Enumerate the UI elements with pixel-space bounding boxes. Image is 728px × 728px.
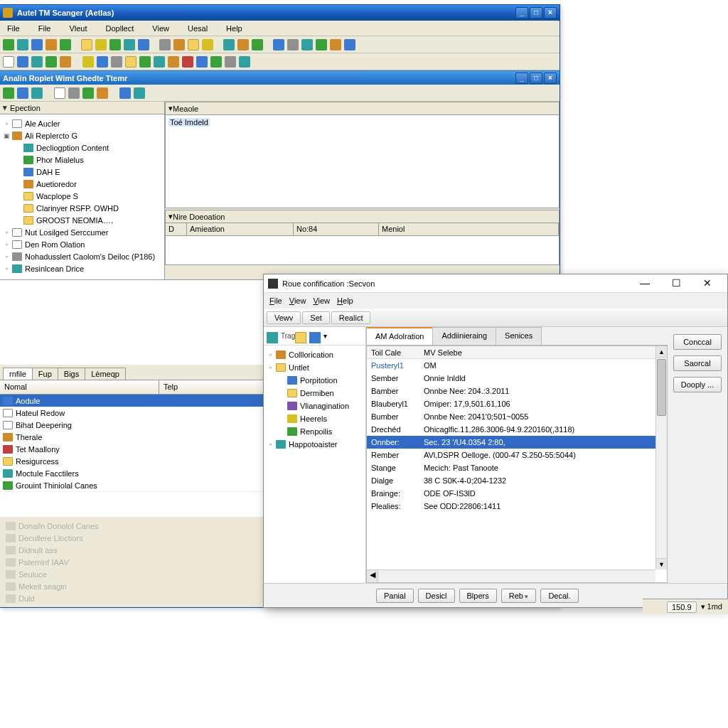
- tree-tool-icon[interactable]: [267, 332, 278, 343]
- tool-icon[interactable]: [273, 39, 284, 50]
- dlg-tab-addinieraing[interactable]: Addiinieraing: [432, 327, 496, 345]
- status-zoom[interactable]: 150.9: [667, 601, 697, 613]
- menu-file[interactable]: File: [3, 23, 24, 34]
- menu-dopllect[interactable]: Dopllect: [102, 23, 139, 34]
- tool-icon[interactable]: [125, 56, 136, 68]
- status-mode[interactable]: ▾ 1md: [701, 602, 722, 611]
- tool-icon[interactable]: [109, 39, 121, 50]
- property-row[interactable]: Pusteryl1OM: [367, 359, 667, 372]
- menu-uesal[interactable]: Uesal: [183, 23, 212, 34]
- tool-icon[interactable]: [287, 39, 299, 50]
- dialog-titlebar[interactable]: Roue confification :Secvon — ☐ ✕: [264, 274, 727, 293]
- tool-icon[interactable]: [54, 87, 65, 99]
- tool-icon[interactable]: [134, 87, 145, 99]
- tool-icon[interactable]: [316, 39, 327, 50]
- desicl-button[interactable]: Desicl: [418, 589, 455, 603]
- tool-icon[interactable]: [17, 87, 28, 99]
- dialog-close-button[interactable]: ✕: [692, 274, 723, 293]
- vertical-scrollbar[interactable]: ▲ ▼: [655, 346, 667, 569]
- menu-help[interactable]: Help: [222, 23, 247, 34]
- tree-item[interactable]: Auetioredor: [1, 178, 163, 190]
- property-row[interactable]: Blauberyl1Omiper: 17,9,501.61,106: [367, 397, 667, 410]
- mdi-close-button[interactable]: ×: [544, 73, 557, 84]
- tab-fup[interactable]: Fup: [32, 368, 58, 380]
- tool-icon[interactable]: [119, 87, 131, 99]
- tree-item[interactable]: ▫Nut Losilged Serccumer: [1, 226, 163, 238]
- property-row[interactable]: StangeMecich: Past Tanoote: [367, 461, 667, 474]
- tool-icon[interactable]: [68, 87, 80, 99]
- property-row[interactable]: Brainge:ODE OF-IS3lD: [367, 487, 667, 500]
- dlg-tree-item[interactable]: Porpitotion: [265, 374, 364, 387]
- tree-item[interactable]: ▣Ali Replercto G: [1, 129, 163, 141]
- scroll-up-icon[interactable]: ▲: [656, 346, 667, 358]
- main-titlebar[interactable]: Autel TM Scanger (Aetlas) _ □ ×: [0, 5, 560, 21]
- tree-item[interactable]: GROOST NEOMIA….: [1, 214, 163, 226]
- col-amieation[interactable]: Amieation: [187, 223, 294, 235]
- scroll-thumb[interactable]: [657, 359, 666, 416]
- tool-icon[interactable]: [154, 56, 165, 68]
- property-row[interactable]: SemberOnnie Inldld: [367, 372, 667, 385]
- dialog-properties[interactable]: Toil Cale MV Selebe Pusteryl1OMSemberOnn…: [366, 346, 668, 583]
- dlg-tree-item[interactable]: Heerels: [265, 412, 364, 425]
- tool-icon[interactable]: [82, 56, 94, 68]
- tool-icon[interactable]: [3, 39, 14, 50]
- tree-item[interactable]: ▫Resinlcean Drice: [1, 262, 163, 274]
- tab-bigs[interactable]: Bigs: [58, 368, 85, 380]
- meagle-header[interactable]: ▾Meaole: [166, 102, 559, 115]
- tool-icon[interactable]: [223, 39, 235, 50]
- tool-icon[interactable]: [239, 56, 250, 68]
- dialog-maximize-button[interactable]: ☐: [660, 274, 692, 293]
- tool-icon[interactable]: [196, 56, 208, 68]
- mdi-titlebar[interactable]: Analin Roplet Wimt Ghedte Ttemr _ □ ×: [0, 70, 560, 85]
- menu-view[interactable]: View: [148, 23, 173, 34]
- tool-icon[interactable]: [81, 39, 92, 50]
- tool-icon[interactable]: [210, 56, 222, 68]
- dlg-tool-vewv[interactable]: Vewv: [267, 311, 301, 324]
- property-row[interactable]: BamberOnnbe Nee: 204.:3.2011: [367, 385, 667, 397]
- property-row[interactable]: Plealies:See ODD:22806:1411: [367, 500, 667, 513]
- tree-item[interactable]: ▫Den Rom Olation: [1, 238, 163, 250]
- minimize-button[interactable]: _: [515, 7, 528, 18]
- tree-item[interactable]: Clarinyer RSFP. OWHD: [1, 202, 163, 214]
- scroll-down-icon[interactable]: ▼: [656, 558, 667, 569]
- property-row[interactable]: Onnber:Sec. 23 '/U4.0354 2:80,: [367, 436, 667, 449]
- tool-icon[interactable]: [60, 39, 71, 50]
- property-row[interactable]: DrechédOhicaglfic.11,286.3006-94.9.22016…: [367, 423, 667, 436]
- dlg-tree-item[interactable]: ▫Colllorication: [265, 348, 364, 361]
- dlg-tab-senices[interactable]: Senices: [496, 327, 542, 345]
- tool-icon[interactable]: [225, 56, 236, 68]
- saorcal-button[interactable]: Saorcal: [673, 355, 722, 371]
- tool-icon[interactable]: [139, 56, 151, 68]
- reb-dropdown-button[interactable]: Reb: [501, 589, 537, 603]
- tool-icon[interactable]: [17, 56, 28, 68]
- project-tree[interactable]: ▫Ale Aucler▣Ali Replercto GDecliogption …: [0, 114, 164, 279]
- dialog-minimize-button[interactable]: —: [629, 274, 660, 293]
- lower-col-nomal[interactable]: Nomal: [0, 380, 159, 394]
- property-row[interactable]: Dialge38 C S0K-4-0;204-1232: [367, 474, 667, 487]
- tree-item[interactable]: Decliogption Content: [1, 141, 163, 154]
- tool-icon[interactable]: [31, 39, 43, 50]
- tool-icon[interactable]: [301, 39, 313, 50]
- tab-rnfile[interactable]: rnfile: [3, 368, 33, 380]
- tool-icon[interactable]: [46, 39, 57, 50]
- close-button[interactable]: ×: [544, 7, 557, 18]
- tree-item[interactable]: Wacplope S: [1, 190, 163, 202]
- tool-icon[interactable]: [159, 39, 171, 50]
- tool-icon[interactable]: [97, 87, 108, 99]
- dlg-tree-item[interactable]: Dermiben: [265, 387, 364, 400]
- table-header[interactable]: ▾Nire Doeoation: [166, 210, 559, 223]
- tool-icon[interactable]: [124, 39, 135, 50]
- dlg-menu-help[interactable]: Help: [337, 296, 353, 305]
- dlg-tree-item[interactable]: Renpoilis: [265, 425, 364, 438]
- left-pane-header[interactable]: ▾Epection: [0, 102, 164, 114]
- tool-icon[interactable]: [173, 39, 185, 50]
- dlg-tree-item[interactable]: ▫Untlet: [265, 361, 364, 374]
- grid-body[interactable]: [166, 236, 559, 264]
- col-d[interactable]: D: [166, 223, 187, 235]
- tool-icon[interactable]: [252, 39, 263, 50]
- dlg-menu-file[interactable]: File: [269, 296, 282, 305]
- tool-icon[interactable]: [344, 39, 355, 50]
- tool-icon[interactable]: [95, 39, 107, 50]
- dlg-menu-view[interactable]: View: [289, 296, 306, 305]
- tool-icon[interactable]: [182, 56, 193, 68]
